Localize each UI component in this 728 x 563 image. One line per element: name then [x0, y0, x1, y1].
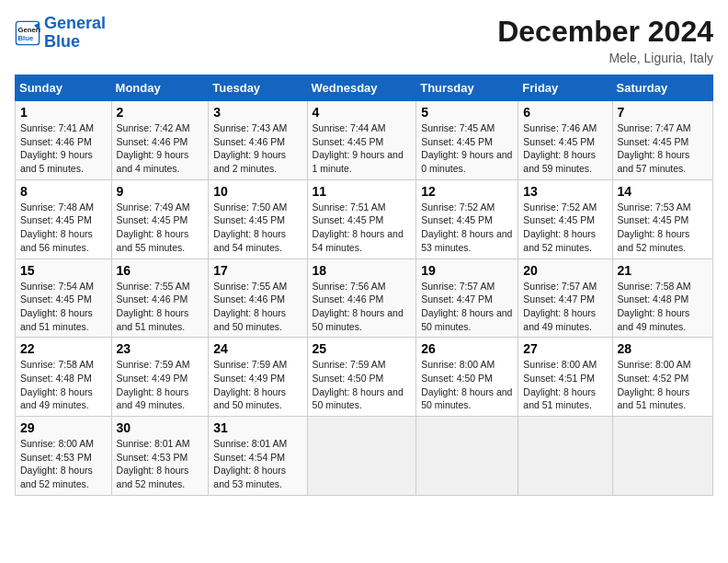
svg-text:Blue: Blue	[18, 33, 34, 41]
calendar-row: 1 Sunrise: 7:41 AMSunset: 4:46 PMDayligh…	[16, 101, 713, 180]
day-number: 17	[213, 263, 301, 278]
day-info: Sunrise: 7:55 AMSunset: 4:46 PMDaylight:…	[213, 281, 287, 332]
table-row: 25 Sunrise: 7:59 AMSunset: 4:50 PMDaylig…	[307, 338, 416, 417]
calendar-row: 8 Sunrise: 7:48 AMSunset: 4:45 PMDayligh…	[16, 179, 713, 259]
day-number: 5	[421, 105, 513, 120]
logo-text: GeneralBlue	[44, 15, 106, 52]
day-number: 15	[20, 263, 107, 278]
day-number: 6	[523, 105, 607, 120]
table-row: 20 Sunrise: 7:57 AMSunset: 4:47 PMDaylig…	[518, 259, 612, 338]
day-number: 12	[421, 184, 513, 199]
table-row: 9 Sunrise: 7:49 AMSunset: 4:45 PMDayligh…	[111, 179, 209, 259]
day-number: 9	[117, 184, 204, 199]
table-row	[612, 417, 712, 496]
day-number: 27	[523, 341, 607, 356]
table-row: 26 Sunrise: 8:00 AMSunset: 4:50 PMDaylig…	[416, 338, 518, 417]
calendar-table: Sunday Monday Tuesday Wednesday Thursday…	[15, 75, 713, 496]
table-row: 7 Sunrise: 7:47 AMSunset: 4:45 PMDayligh…	[612, 101, 712, 180]
day-info: Sunrise: 7:45 AMSunset: 4:45 PMDaylight:…	[421, 122, 512, 174]
location: Mele, Liguria, Italy	[497, 51, 713, 65]
table-row: 22 Sunrise: 7:58 AMSunset: 4:48 PMDaylig…	[16, 338, 112, 417]
day-number: 31	[213, 420, 301, 435]
day-number: 30	[117, 420, 204, 435]
table-row: 12 Sunrise: 7:52 AMSunset: 4:45 PMDaylig…	[416, 179, 518, 259]
day-info: Sunrise: 7:57 AMSunset: 4:47 PMDaylight:…	[421, 281, 512, 332]
day-info: Sunrise: 8:01 AMSunset: 4:54 PMDaylight:…	[213, 438, 287, 489]
table-row: 21 Sunrise: 7:58 AMSunset: 4:48 PMDaylig…	[612, 259, 712, 338]
logo: General Blue GeneralBlue	[15, 15, 106, 52]
table-row: 31 Sunrise: 8:01 AMSunset: 4:54 PMDaylig…	[209, 417, 307, 496]
day-number: 2	[117, 105, 204, 120]
col-wednesday: Wednesday	[307, 75, 416, 101]
table-row: 3 Sunrise: 7:43 AMSunset: 4:46 PMDayligh…	[209, 101, 307, 180]
table-row	[518, 417, 612, 496]
table-row: 23 Sunrise: 7:59 AMSunset: 4:49 PMDaylig…	[111, 338, 209, 417]
day-info: Sunrise: 7:44 AMSunset: 4:45 PMDaylight:…	[313, 122, 404, 174]
table-row: 6 Sunrise: 7:46 AMSunset: 4:45 PMDayligh…	[518, 101, 612, 180]
table-row: 19 Sunrise: 7:57 AMSunset: 4:47 PMDaylig…	[416, 259, 518, 338]
day-number: 3	[213, 105, 301, 120]
table-row: 1 Sunrise: 7:41 AMSunset: 4:46 PMDayligh…	[16, 101, 112, 180]
day-info: Sunrise: 7:58 AMSunset: 4:48 PMDaylight:…	[618, 281, 691, 332]
table-row: 8 Sunrise: 7:48 AMSunset: 4:45 PMDayligh…	[16, 179, 112, 259]
day-info: Sunrise: 7:56 AMSunset: 4:46 PMDaylight:…	[313, 281, 404, 332]
day-number: 11	[313, 184, 412, 199]
day-number: 21	[618, 263, 708, 278]
table-row: 18 Sunrise: 7:56 AMSunset: 4:46 PMDaylig…	[307, 259, 416, 338]
day-info: Sunrise: 8:00 AMSunset: 4:50 PMDaylight:…	[421, 359, 512, 410]
table-row: 14 Sunrise: 7:53 AMSunset: 4:45 PMDaylig…	[612, 179, 712, 259]
table-row	[307, 417, 416, 496]
day-number: 8	[20, 184, 107, 199]
table-row: 13 Sunrise: 7:52 AMSunset: 4:45 PMDaylig…	[518, 179, 612, 259]
col-thursday: Thursday	[416, 75, 518, 101]
day-number: 7	[618, 105, 708, 120]
table-row: 28 Sunrise: 8:00 AMSunset: 4:52 PMDaylig…	[612, 338, 712, 417]
table-row: 29 Sunrise: 8:00 AMSunset: 4:53 PMDaylig…	[16, 417, 112, 496]
day-number: 20	[523, 263, 607, 278]
day-number: 14	[618, 184, 708, 199]
calendar-row: 22 Sunrise: 7:58 AMSunset: 4:48 PMDaylig…	[16, 338, 713, 417]
day-info: Sunrise: 8:00 AMSunset: 4:51 PMDaylight:…	[523, 359, 597, 410]
day-number: 10	[213, 184, 301, 199]
table-row: 30 Sunrise: 8:01 AMSunset: 4:53 PMDaylig…	[111, 417, 209, 496]
day-number: 16	[117, 263, 204, 278]
day-number: 18	[313, 263, 412, 278]
day-info: Sunrise: 8:00 AMSunset: 4:52 PMDaylight:…	[618, 359, 691, 410]
col-tuesday: Tuesday	[209, 75, 307, 101]
table-row: 2 Sunrise: 7:42 AMSunset: 4:46 PMDayligh…	[111, 101, 209, 180]
col-saturday: Saturday	[612, 75, 712, 101]
day-info: Sunrise: 7:59 AMSunset: 4:49 PMDaylight:…	[213, 359, 287, 410]
table-row: 10 Sunrise: 7:50 AMSunset: 4:45 PMDaylig…	[209, 179, 307, 259]
table-row: 4 Sunrise: 7:44 AMSunset: 4:45 PMDayligh…	[307, 101, 416, 180]
day-info: Sunrise: 7:59 AMSunset: 4:49 PMDaylight:…	[117, 359, 190, 410]
day-number: 1	[20, 105, 107, 120]
table-row: 5 Sunrise: 7:45 AMSunset: 4:45 PMDayligh…	[416, 101, 518, 180]
day-info: Sunrise: 7:52 AMSunset: 4:45 PMDaylight:…	[523, 201, 597, 253]
day-info: Sunrise: 7:51 AMSunset: 4:45 PMDaylight:…	[313, 201, 404, 253]
day-number: 26	[421, 341, 513, 356]
day-info: Sunrise: 7:48 AMSunset: 4:45 PMDaylight:…	[20, 201, 94, 253]
table-row: 17 Sunrise: 7:55 AMSunset: 4:46 PMDaylig…	[209, 259, 307, 338]
day-info: Sunrise: 7:57 AMSunset: 4:47 PMDaylight:…	[523, 281, 597, 332]
day-number: 25	[313, 341, 412, 356]
day-number: 19	[421, 263, 513, 278]
col-monday: Monday	[111, 75, 209, 101]
calendar-row: 29 Sunrise: 8:00 AMSunset: 4:53 PMDaylig…	[16, 417, 713, 496]
table-row: 24 Sunrise: 7:59 AMSunset: 4:49 PMDaylig…	[209, 338, 307, 417]
day-info: Sunrise: 7:43 AMSunset: 4:46 PMDaylight:…	[213, 122, 287, 174]
day-info: Sunrise: 7:50 AMSunset: 4:45 PMDaylight:…	[213, 201, 287, 253]
day-number: 24	[213, 341, 301, 356]
day-number: 4	[313, 105, 412, 120]
day-info: Sunrise: 7:49 AMSunset: 4:45 PMDaylight:…	[117, 201, 190, 253]
day-info: Sunrise: 7:52 AMSunset: 4:45 PMDaylight:…	[421, 201, 512, 253]
day-number: 13	[523, 184, 607, 199]
day-info: Sunrise: 7:59 AMSunset: 4:50 PMDaylight:…	[313, 359, 404, 410]
title-area: December 2024 Mele, Liguria, Italy	[497, 15, 713, 65]
day-number: 28	[618, 341, 708, 356]
header: General Blue GeneralBlue December 2024 M…	[15, 15, 713, 65]
calendar-body: 1 Sunrise: 7:41 AMSunset: 4:46 PMDayligh…	[16, 101, 713, 496]
calendar-row: 15 Sunrise: 7:54 AMSunset: 4:45 PMDaylig…	[16, 259, 713, 338]
col-sunday: Sunday	[16, 75, 112, 101]
day-info: Sunrise: 7:55 AMSunset: 4:46 PMDaylight:…	[117, 281, 190, 332]
day-info: Sunrise: 7:41 AMSunset: 4:46 PMDaylight:…	[20, 122, 94, 174]
